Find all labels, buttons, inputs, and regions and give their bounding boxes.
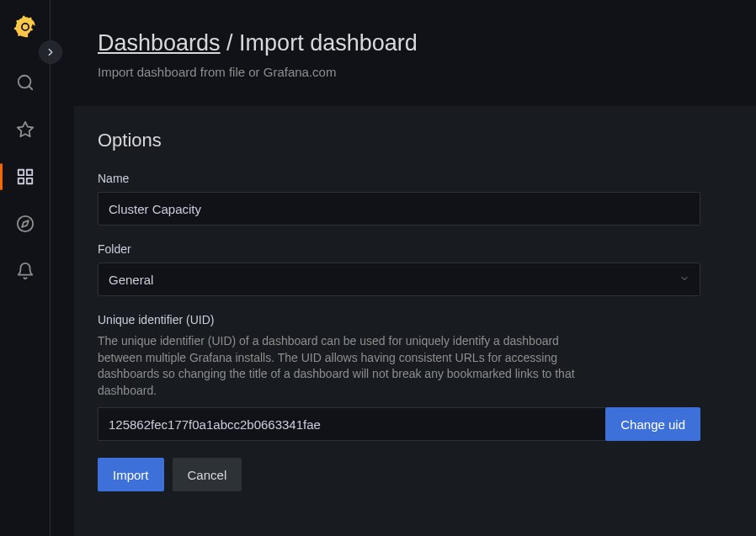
breadcrumb-separator: / (221, 30, 240, 56)
main-content: Dashboards / Import dashboard Import das… (51, 0, 756, 536)
action-buttons: Import Cancel (98, 458, 732, 491)
svg-point-8 (17, 216, 32, 231)
folder-select-value: General (109, 273, 153, 287)
name-field: Name (98, 172, 732, 226)
alerting-icon[interactable] (5, 251, 45, 291)
chevron-down-icon (679, 273, 689, 285)
import-button[interactable]: Import (98, 458, 164, 491)
svg-line-2 (29, 86, 32, 89)
page-subtitle: Import dashboard from file or Grafana.co… (98, 65, 722, 79)
breadcrumb-current: Import dashboard (239, 30, 418, 56)
sidebar-expand-button[interactable] (39, 40, 62, 64)
name-label: Name (98, 172, 732, 185)
explore-icon[interactable] (5, 204, 45, 244)
svg-rect-6 (26, 178, 31, 183)
folder-select[interactable]: General (98, 263, 700, 296)
folder-field: Folder General (98, 242, 732, 296)
svg-rect-7 (18, 178, 23, 183)
options-card: Options Name Folder General Unique ident… (74, 106, 756, 536)
svg-rect-5 (26, 170, 31, 175)
svg-rect-4 (18, 170, 23, 175)
breadcrumb-root-link[interactable]: Dashboards (98, 30, 221, 56)
search-icon[interactable] (5, 62, 45, 103)
name-input[interactable] (98, 192, 700, 226)
dashboards-icon[interactable] (5, 157, 45, 197)
svg-marker-3 (17, 122, 32, 136)
svg-marker-9 (22, 220, 29, 227)
cancel-button[interactable]: Cancel (173, 458, 242, 491)
uid-field: Unique identifier (UID) The unique ident… (98, 313, 732, 441)
uid-input[interactable] (98, 407, 605, 441)
section-title: Options (98, 130, 732, 151)
sidebar-nav (0, 0, 51, 536)
breadcrumb: Dashboards / Import dashboard (98, 30, 722, 56)
grafana-logo[interactable] (13, 15, 37, 39)
uid-label: Unique identifier (UID) (98, 313, 732, 326)
change-uid-button[interactable]: Change uid (605, 407, 700, 441)
star-icon[interactable] (5, 109, 45, 150)
folder-label: Folder (98, 242, 732, 256)
uid-description: The unique identifier (UID) of a dashboa… (98, 333, 586, 399)
page-header: Dashboards / Import dashboard Import das… (51, 0, 756, 96)
